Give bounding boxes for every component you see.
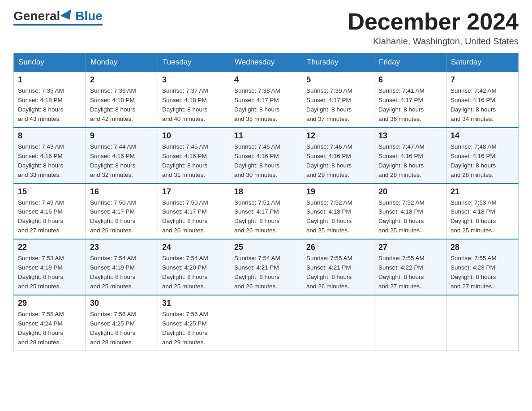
logo-underline [13, 24, 103, 26]
day-number: 3 [162, 75, 226, 85]
day-info: Sunrise: 7:56 AMSunset: 4:25 PMDaylight:… [90, 310, 154, 347]
day-number: 17 [162, 187, 226, 197]
calendar-cell: 24Sunrise: 7:54 AMSunset: 4:20 PMDayligh… [158, 239, 230, 295]
day-info: Sunrise: 7:38 AMSunset: 4:17 PMDaylight:… [234, 86, 298, 124]
day-info: Sunrise: 7:52 AMSunset: 4:18 PMDaylight:… [306, 198, 370, 236]
calendar-table: SundayMondayTuesdayWednesdayThursdayFrid… [13, 53, 519, 351]
day-info: Sunrise: 7:53 AMSunset: 4:18 PMDaylight:… [450, 198, 514, 236]
day-info: Sunrise: 7:50 AMSunset: 4:17 PMDaylight:… [90, 198, 154, 236]
logo-arrow-icon [60, 9, 75, 23]
calendar-cell: 20Sunrise: 7:52 AMSunset: 4:18 PMDayligh… [374, 184, 446, 240]
calendar-cell: 2Sunrise: 7:36 AMSunset: 4:18 PMDaylight… [86, 72, 158, 128]
calendar-cell: 5Sunrise: 7:39 AMSunset: 4:17 PMDaylight… [302, 72, 374, 128]
day-info: Sunrise: 7:55 AMSunset: 4:21 PMDaylight:… [306, 254, 370, 291]
day-info: Sunrise: 7:51 AMSunset: 4:17 PMDaylight:… [234, 198, 298, 236]
calendar-cell: 10Sunrise: 7:45 AMSunset: 4:16 PMDayligh… [158, 128, 230, 184]
weekday-header-wednesday: Wednesday [230, 53, 302, 72]
day-number: 1 [18, 75, 82, 85]
calendar-cell: 30Sunrise: 7:56 AMSunset: 4:25 PMDayligh… [86, 295, 158, 351]
day-info: Sunrise: 7:36 AMSunset: 4:18 PMDaylight:… [90, 86, 154, 124]
day-number: 4 [234, 75, 298, 85]
day-number: 18 [234, 187, 298, 197]
day-number: 25 [234, 243, 298, 252]
day-info: Sunrise: 7:54 AMSunset: 4:21 PMDaylight:… [234, 254, 298, 291]
calendar-cell: 4Sunrise: 7:38 AMSunset: 4:17 PMDaylight… [230, 72, 302, 128]
calendar-cell: 16Sunrise: 7:50 AMSunset: 4:17 PMDayligh… [86, 184, 158, 240]
day-number: 26 [306, 243, 370, 252]
day-info: Sunrise: 7:43 AMSunset: 4:16 PMDaylight:… [18, 142, 82, 180]
calendar-cell: 3Sunrise: 7:37 AMSunset: 4:18 PMDaylight… [158, 72, 230, 128]
day-info: Sunrise: 7:46 AMSunset: 4:16 PMDaylight:… [306, 142, 370, 180]
calendar-cell [230, 295, 302, 351]
week-row-2: 8Sunrise: 7:43 AMSunset: 4:16 PMDaylight… [14, 128, 519, 184]
calendar-cell: 28Sunrise: 7:55 AMSunset: 4:23 PMDayligh… [446, 239, 519, 295]
day-number: 19 [306, 187, 370, 197]
calendar-cell: 22Sunrise: 7:53 AMSunset: 4:19 PMDayligh… [14, 239, 86, 295]
day-number: 24 [162, 243, 226, 252]
calendar-cell: 23Sunrise: 7:54 AMSunset: 4:19 PMDayligh… [86, 239, 158, 295]
day-number: 28 [450, 243, 514, 252]
page-header: General Blue December 2024 Klahanie, Was… [13, 9, 519, 47]
week-row-5: 29Sunrise: 7:55 AMSunset: 4:24 PMDayligh… [14, 295, 519, 351]
day-number: 6 [378, 75, 442, 85]
day-info: Sunrise: 7:52 AMSunset: 4:18 PMDaylight:… [378, 198, 442, 236]
day-number: 9 [90, 131, 154, 141]
calendar-cell: 7Sunrise: 7:42 AMSunset: 4:16 PMDaylight… [446, 72, 519, 128]
calendar-cell: 6Sunrise: 7:41 AMSunset: 4:17 PMDaylight… [374, 72, 446, 128]
day-number: 5 [306, 75, 370, 85]
weekday-header-saturday: Saturday [446, 53, 519, 72]
day-info: Sunrise: 7:42 AMSunset: 4:16 PMDaylight:… [450, 86, 514, 124]
logo: General Blue [13, 9, 103, 26]
calendar-cell: 14Sunrise: 7:48 AMSunset: 4:16 PMDayligh… [446, 128, 519, 184]
calendar-cell: 18Sunrise: 7:51 AMSunset: 4:17 PMDayligh… [230, 184, 302, 240]
calendar-cell: 15Sunrise: 7:49 AMSunset: 4:16 PMDayligh… [14, 184, 86, 240]
day-info: Sunrise: 7:54 AMSunset: 4:20 PMDaylight:… [162, 254, 226, 291]
calendar-cell: 13Sunrise: 7:47 AMSunset: 4:16 PMDayligh… [374, 128, 446, 184]
day-info: Sunrise: 7:55 AMSunset: 4:23 PMDaylight:… [450, 254, 514, 291]
calendar-cell [446, 295, 519, 351]
day-info: Sunrise: 7:55 AMSunset: 4:24 PMDaylight:… [18, 310, 82, 347]
weekday-header-monday: Monday [86, 53, 158, 72]
day-info: Sunrise: 7:37 AMSunset: 4:18 PMDaylight:… [162, 86, 226, 124]
day-number: 29 [18, 299, 82, 308]
day-info: Sunrise: 7:56 AMSunset: 4:25 PMDaylight:… [162, 310, 226, 347]
calendar-cell [374, 295, 446, 351]
day-number: 27 [378, 243, 442, 252]
day-number: 14 [450, 131, 514, 141]
calendar-cell [302, 295, 374, 351]
month-year-title: December 2024 [348, 9, 519, 34]
weekday-header-thursday: Thursday [302, 53, 374, 72]
day-info: Sunrise: 7:49 AMSunset: 4:16 PMDaylight:… [18, 198, 82, 236]
day-number: 13 [378, 131, 442, 141]
day-number: 20 [378, 187, 442, 197]
calendar-cell: 17Sunrise: 7:50 AMSunset: 4:17 PMDayligh… [158, 184, 230, 240]
day-number: 23 [90, 243, 154, 252]
week-row-3: 15Sunrise: 7:49 AMSunset: 4:16 PMDayligh… [14, 184, 519, 240]
calendar-cell: 31Sunrise: 7:56 AMSunset: 4:25 PMDayligh… [158, 295, 230, 351]
title-block: December 2024 Klahanie, Washington, Unit… [348, 9, 519, 47]
weekday-header-tuesday: Tuesday [158, 53, 230, 72]
day-number: 7 [450, 75, 514, 85]
day-number: 12 [306, 131, 370, 141]
calendar-cell: 21Sunrise: 7:53 AMSunset: 4:18 PMDayligh… [446, 184, 519, 240]
day-number: 10 [162, 131, 226, 141]
week-row-1: 1Sunrise: 7:35 AMSunset: 4:18 PMDaylight… [14, 72, 519, 128]
weekday-header-row: SundayMondayTuesdayWednesdayThursdayFrid… [14, 53, 519, 72]
calendar-cell: 12Sunrise: 7:46 AMSunset: 4:16 PMDayligh… [302, 128, 374, 184]
calendar-cell: 26Sunrise: 7:55 AMSunset: 4:21 PMDayligh… [302, 239, 374, 295]
day-number: 30 [90, 299, 154, 308]
calendar-cell: 11Sunrise: 7:46 AMSunset: 4:16 PMDayligh… [230, 128, 302, 184]
calendar-cell: 27Sunrise: 7:55 AMSunset: 4:22 PMDayligh… [374, 239, 446, 295]
day-number: 31 [162, 299, 226, 308]
day-info: Sunrise: 7:48 AMSunset: 4:16 PMDaylight:… [450, 142, 514, 180]
day-info: Sunrise: 7:54 AMSunset: 4:19 PMDaylight:… [90, 254, 154, 291]
day-number: 8 [18, 131, 82, 141]
day-info: Sunrise: 7:39 AMSunset: 4:17 PMDaylight:… [306, 86, 370, 124]
weekday-header-friday: Friday [374, 53, 446, 72]
day-info: Sunrise: 7:41 AMSunset: 4:17 PMDaylight:… [378, 86, 442, 124]
logo-general: General [13, 9, 60, 23]
calendar-cell: 8Sunrise: 7:43 AMSunset: 4:16 PMDaylight… [14, 128, 86, 184]
day-number: 16 [90, 187, 154, 197]
calendar-cell: 1Sunrise: 7:35 AMSunset: 4:18 PMDaylight… [14, 72, 86, 128]
logo-blue: Blue [75, 9, 103, 23]
